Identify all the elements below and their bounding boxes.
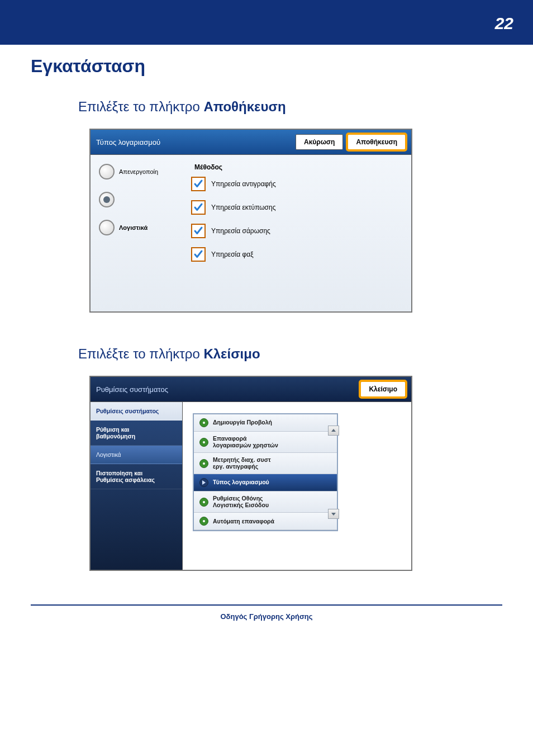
status-badge-icon xyxy=(199,438,208,447)
sidebar-item-label: Ρύθμιση καιβαθμονόμηση xyxy=(96,426,177,440)
scroll-down-button[interactable] xyxy=(328,509,339,519)
status-badge-icon xyxy=(199,459,208,468)
sidebar-item-adjust[interactable]: Ρύθμιση καιβαθμονόμηση xyxy=(91,420,182,446)
sidebar-header: Ρυθμίσεις συστήματος xyxy=(91,402,182,420)
check-label: Υπηρεσία αντιγραφής xyxy=(211,180,276,188)
method-title: Μέθοδος xyxy=(194,163,403,171)
step-1-prefix: Επιλέξτε το πλήκτρο xyxy=(78,99,203,114)
page-number: 22 xyxy=(495,14,513,33)
list-item-counter-copy[interactable]: Μετρητής διαχ. συστεργ. αντιγραφής xyxy=(194,453,337,474)
check-label: Υπηρεσία φαξ xyxy=(211,251,254,258)
check-row-scan[interactable]: Υπηρεσία σάρωσης xyxy=(191,224,403,238)
method-column: Μέθοδος Υπηρεσία αντιγραφής Υπηρεσία εκτ… xyxy=(191,163,403,289)
panel-1-header: Τύπος λογαριασμού Ακύρωση Αποθήκευση xyxy=(91,130,411,155)
list-item-login-screen[interactable]: Ρυθμίσεις ΟθόνηςΛογιστικής Εισόδου xyxy=(194,492,337,513)
page-title: Εγκατάσταση xyxy=(31,56,502,77)
radio-icon xyxy=(99,192,115,207)
sidebar-item-label: Λογιστικά xyxy=(96,451,121,458)
list-item-reset-accounts[interactable]: Επαναφοράλογαριασμών χρηστών xyxy=(194,432,337,453)
panel-2-body: Ρυθμίσεις συστήματος Ρύθμιση καιβαθμονόμ… xyxy=(91,402,411,570)
panel-account-type: Τύπος λογαριασμού Ακύρωση Αποθήκευση Απε… xyxy=(89,129,412,313)
list-item-auto-reset[interactable]: Αυτόματη επαναφορά xyxy=(194,513,337,530)
arrow-icon xyxy=(199,478,208,487)
settings-list: Δημιουργία Προβολή Επαναφοράλογαριασμών … xyxy=(193,413,338,531)
close-button[interactable]: Κλείσιμο xyxy=(360,381,406,397)
checkbox-icon xyxy=(191,224,206,238)
radio-option-accounting[interactable]: Λογιστικά xyxy=(99,219,191,236)
sidebar-item-accounting[interactable]: Λογιστικά xyxy=(91,446,182,464)
radio-icon xyxy=(99,220,115,235)
panel-1-title: Τύπος λογαριασμού xyxy=(96,138,291,147)
check-row-fax[interactable]: Υπηρεσία φαξ xyxy=(191,247,403,262)
svg-point-2 xyxy=(203,462,205,465)
footer-text: Οδηγός Γρήγορης Χρήσης xyxy=(31,604,502,637)
svg-point-1 xyxy=(203,441,205,443)
list-item-account-type[interactable]: Τύπος λογαριασμού xyxy=(194,474,337,492)
checkbox-icon xyxy=(191,177,206,191)
status-badge-icon xyxy=(199,418,208,427)
step-2-text: Επιλέξτε το πλήκτρο Κλείσιμο xyxy=(78,346,502,362)
radio-label: Λογιστικά xyxy=(119,224,147,231)
svg-point-3 xyxy=(203,501,205,503)
settings-sidebar: Ρυθμίσεις συστήματος Ρύθμιση καιβαθμονόμ… xyxy=(91,402,183,570)
list-item-label: Επαναφοράλογαριασμών χρηστών xyxy=(213,436,331,448)
step-2-bold: Κλείσιμο xyxy=(203,346,260,361)
save-button[interactable]: Αποθήκευση xyxy=(348,134,406,150)
status-badge-icon xyxy=(199,498,208,507)
check-row-copy[interactable]: Υπηρεσία αντιγραφής xyxy=(191,177,403,191)
list-item-label: Δημιουργία Προβολή xyxy=(213,419,331,426)
sidebar-item-label: Πιστοποίηση καιΡυθμίσεις ασφάλειας xyxy=(96,470,177,483)
radio-icon xyxy=(99,164,115,179)
list-item-label: Ρυθμίσεις ΟθόνηςΛογιστικής Εισόδου xyxy=(213,495,331,508)
sidebar-item-cert-sec[interactable]: Πιστοποίηση καιΡυθμίσεις ασφάλειας xyxy=(91,464,182,489)
status-badge-icon xyxy=(199,517,208,526)
settings-list-area: Δημιουργία Προβολή Επαναφοράλογαριασμών … xyxy=(183,402,411,570)
svg-point-4 xyxy=(203,520,205,522)
radio-option-selected[interactable] xyxy=(99,191,191,208)
radio-column: Απενεργοποίη Λογιστικά xyxy=(99,163,191,289)
checkbox-icon xyxy=(191,247,206,262)
cancel-button[interactable]: Ακύρωση xyxy=(296,134,343,150)
check-label: Υπηρεσία σάρωσης xyxy=(211,227,270,235)
list-item-label: Τύπος λογαριασμού xyxy=(213,479,331,486)
svg-point-0 xyxy=(203,422,205,424)
check-row-print[interactable]: Υπηρεσία εκτύπωσης xyxy=(191,200,403,215)
radio-label: Απενεργοποίη xyxy=(119,168,158,175)
header-band: 22 xyxy=(0,0,533,45)
panel-2-title: Ρυθμίσεις συστήματος xyxy=(96,385,356,394)
check-label: Υπηρεσία εκτύπωσης xyxy=(211,204,275,211)
scroll-up-button[interactable] xyxy=(328,426,339,436)
panel-1-body: Απενεργοποίη Λογιστικά Μέθοδος Υπηρε xyxy=(91,155,411,311)
list-item-create-view[interactable]: Δημιουργία Προβολή xyxy=(194,414,337,432)
list-item-label: Αυτόματη επαναφορά xyxy=(213,518,331,525)
step-2-prefix: Επιλέξτε το πλήκτρο xyxy=(78,346,203,361)
step-1-bold: Αποθήκευση xyxy=(203,99,285,114)
step-1-text: Επιλέξτε το πλήκτρο Αποθήκευση xyxy=(78,99,502,115)
radio-option-disable[interactable]: Απενεργοποίη xyxy=(99,163,191,180)
panel-system-settings: Ρυθμίσεις συστήματος Κλείσιμο Ρυθμίσεις … xyxy=(89,376,412,571)
panel-2-header: Ρυθμίσεις συστήματος Κλείσιμο xyxy=(91,377,411,402)
checkbox-icon xyxy=(191,200,206,215)
list-item-label: Μετρητής διαχ. συστεργ. αντιγραφής xyxy=(213,457,331,470)
